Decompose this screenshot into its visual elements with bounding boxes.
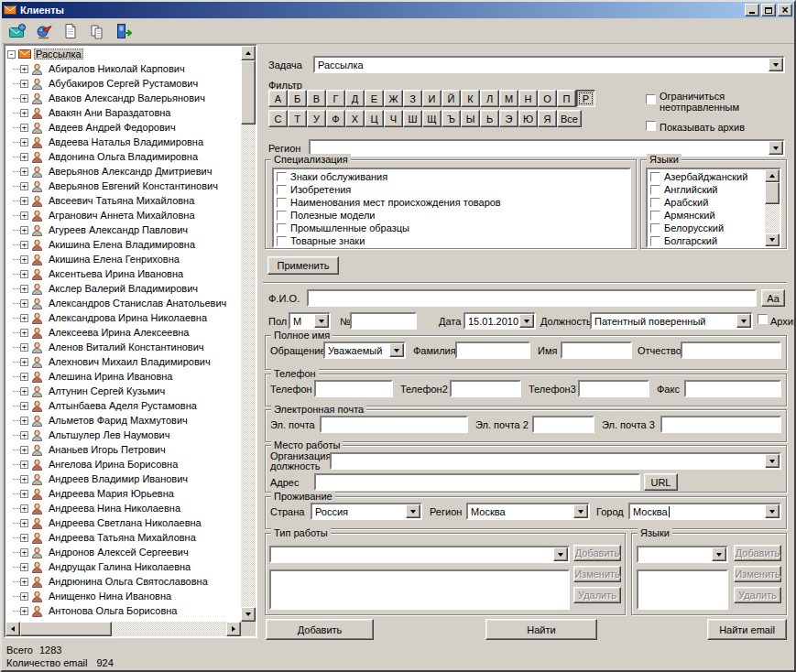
tree-item[interactable]: Алтынбаева Аделя Рустамовна	[5, 398, 241, 413]
expand-icon[interactable]	[20, 490, 28, 498]
titlebar[interactable]: Клиенты	[2, 2, 794, 18]
expand-icon[interactable]	[20, 592, 28, 601]
filter-letter-button-Ц[interactable]: Ц	[365, 110, 384, 127]
tree-item[interactable]: Авдонина Ольга Владимировна	[5, 149, 241, 164]
task-combobox[interactable]: Рассылка	[313, 56, 785, 73]
checkbox-list-item[interactable]: Арабский	[649, 196, 764, 209]
expand-icon[interactable]	[20, 94, 28, 103]
filter-letter-button-Л[interactable]: Л	[480, 90, 499, 107]
dropdown-arrow-button[interactable]	[769, 141, 783, 155]
tree-item[interactable]: Андреева Нина Николаевна	[5, 501, 241, 515]
filter-letter-button-Р[interactable]: Р	[576, 90, 595, 107]
checkbox-list-item[interactable]: Изобретения	[275, 183, 628, 196]
expand-icon[interactable]	[20, 402, 28, 410]
tree-item[interactable]: Акишина Елена Владимировна	[5, 237, 241, 252]
country-combobox[interactable]: Россия	[311, 503, 422, 520]
expand-icon[interactable]	[20, 578, 28, 586]
expand-icon[interactable]	[20, 138, 28, 146]
tree-item[interactable]: Аваков Александр Валерьянович	[5, 91, 241, 105]
residence-region-combobox[interactable]: Москва	[466, 503, 590, 520]
checkbox[interactable]	[650, 236, 660, 246]
filter-letter-button-Э[interactable]: Э	[499, 110, 518, 127]
tree-item[interactable]: Аксентьева Ирина Ивановна	[5, 266, 241, 281]
checkbox[interactable]	[650, 172, 660, 182]
checkbox[interactable]	[277, 211, 287, 221]
city-combobox[interactable]: Москва	[628, 503, 781, 520]
scroll-up-button[interactable]	[765, 169, 780, 182]
email1-input[interactable]	[320, 416, 468, 433]
collapse-icon[interactable]	[7, 50, 16, 59]
dropdown-arrow-button[interactable]	[765, 504, 780, 518]
horizontal-scroll-thumb[interactable]	[20, 622, 112, 636]
checkbox[interactable]	[277, 236, 287, 246]
languages-edit-combobox[interactable]	[637, 546, 728, 563]
patronymic-input[interactable]	[681, 341, 781, 359]
tree-item[interactable]: Аверьянов Александр Дмитриевич	[5, 164, 241, 179]
expand-icon[interactable]	[20, 182, 28, 190]
tree-item[interactable]: Ананьев Игорь Петрович	[5, 442, 241, 457]
tree-item[interactable]: Александрова Ирина Николаевна	[5, 310, 241, 325]
checkbox-list-item[interactable]: Болгарский	[649, 234, 764, 247]
languages-edit-list[interactable]	[637, 569, 728, 610]
expand-icon[interactable]	[20, 519, 28, 527]
organization-combobox[interactable]	[330, 452, 781, 470]
filter-letter-button-Щ[interactable]: Щ	[422, 110, 442, 127]
dropdown-arrow-button[interactable]	[519, 314, 534, 328]
tree-item[interactable]: Авдеева Наталья Владимировна	[5, 135, 241, 149]
envelope-globe-icon[interactable]	[6, 20, 28, 42]
salutation-combobox[interactable]: Уважаемый	[323, 341, 406, 359]
tree-item[interactable]: Антонова Ольга Борисовна	[5, 603, 241, 618]
work-type-delete-button[interactable]: Удалить	[573, 587, 621, 603]
address-input[interactable]	[314, 473, 640, 491]
filter-letter-button-М[interactable]: М	[499, 90, 518, 107]
expand-icon[interactable]	[20, 211, 28, 220]
expand-icon[interactable]	[20, 197, 28, 205]
tree-item[interactable]: Авсеевич Татьяна Михайловна	[5, 193, 241, 208]
dropdown-arrow-button[interactable]	[573, 504, 588, 518]
tree-item[interactable]: Акишина Елена Генриховна	[5, 252, 241, 266]
date-picker[interactable]: 15.01.2010	[463, 312, 536, 330]
scroll-down-button[interactable]	[765, 233, 780, 246]
filter-letter-button-О[interactable]: О	[538, 90, 557, 107]
tree-vertical-scrollbar[interactable]	[241, 46, 256, 622]
scroll-up-button[interactable]	[241, 46, 256, 60]
scroll-left-button[interactable]	[5, 622, 20, 636]
filter-letter-button-Н[interactable]: Н	[518, 90, 538, 107]
checkbox-list-item[interactable]: Знаки обслуживания	[275, 170, 628, 183]
checkbox-list-item[interactable]: Промышленные образцы	[275, 222, 628, 234]
tree-item[interactable]: Альтшулер Лев Наумович	[5, 428, 241, 442]
dropdown-arrow-button[interactable]	[736, 314, 751, 328]
checkbox[interactable]	[650, 223, 660, 233]
filter-letter-button-С[interactable]: С	[268, 110, 288, 127]
tree-item[interactable]: Акслер Валерий Владимирович	[5, 281, 241, 296]
checkbox-list-item[interactable]: Полезные модели	[275, 209, 628, 222]
tree-item[interactable]: Абубакиров Сергей Рустамович	[5, 76, 241, 91]
expand-icon[interactable]	[20, 343, 28, 352]
checkbox-list-item[interactable]: Английский	[649, 183, 764, 196]
expand-icon[interactable]	[20, 168, 28, 176]
checkbox[interactable]	[650, 185, 660, 195]
tree-item[interactable]: Агранович Аннета Михайловна	[5, 208, 241, 222]
expand-icon[interactable]	[20, 153, 28, 161]
filter-letter-button-В[interactable]: В	[307, 90, 326, 107]
fio-input[interactable]	[307, 289, 757, 307]
tree-item[interactable]: Алтунин Сергей Кузьмич	[5, 384, 241, 398]
expand-icon[interactable]	[20, 563, 28, 571]
filter-letter-button-Д[interactable]: Д	[345, 90, 365, 107]
filter-letter-button-И[interactable]: И	[422, 90, 442, 107]
filter-letter-button-Т[interactable]: Т	[288, 110, 307, 127]
expand-icon[interactable]	[20, 299, 28, 308]
work-type-combobox[interactable]	[269, 546, 570, 563]
checkbox-list-item[interactable]: Наименования мест происхождения товаров	[275, 196, 628, 209]
filter-letter-button-Е[interactable]: Е	[365, 90, 384, 107]
tree-item[interactable]: Авдеев Андрей Федорович	[5, 120, 241, 135]
expand-icon[interactable]	[20, 373, 28, 381]
dropdown-arrow-button[interactable]	[389, 343, 404, 357]
filter-letter-button-Я[interactable]: Я	[538, 110, 557, 127]
dropdown-arrow-button[interactable]	[765, 454, 780, 468]
expand-icon[interactable]	[20, 109, 28, 117]
tree-item[interactable]: Андреева Мария Юрьевна	[5, 486, 241, 501]
work-type-list[interactable]	[269, 569, 570, 610]
archive-checkbox[interactable]	[758, 314, 768, 324]
email2-input[interactable]	[532, 416, 594, 433]
